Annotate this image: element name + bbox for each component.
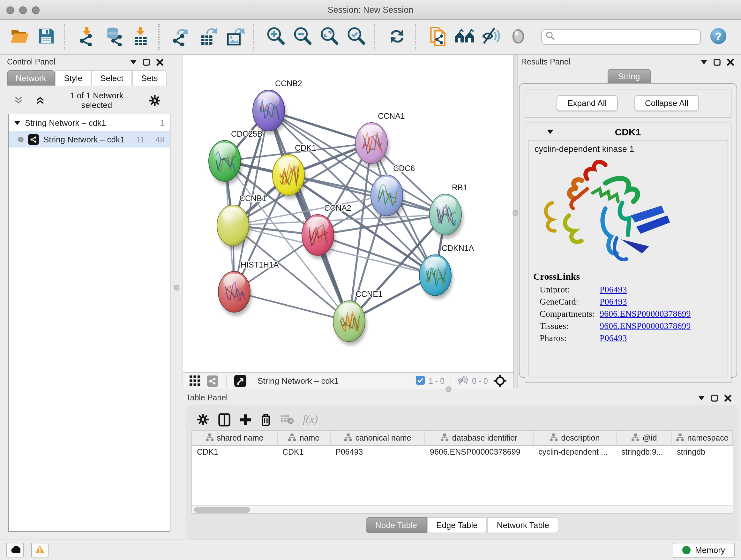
- network-node-CDC6[interactable]: [370, 175, 404, 219]
- search-field[interactable]: [541, 29, 701, 45]
- table-panel-menu-button[interactable]: [695, 393, 708, 403]
- results-panel-float-button[interactable]: [711, 57, 724, 67]
- control-panel-close-button[interactable]: [153, 57, 166, 67]
- splitter-handle[interactable]: [512, 210, 518, 216]
- import-table-button[interactable]: [128, 23, 153, 51]
- network-table-splitter[interactable]: [182, 388, 741, 391]
- tab-string[interactable]: String: [608, 69, 651, 84]
- column-header-namespace[interactable]: namespace: [672, 431, 732, 445]
- warning-status-button[interactable]: [31, 543, 49, 557]
- protein-section-header[interactable]: CDK1: [525, 123, 731, 140]
- horizontal-scrollbar[interactable]: [192, 505, 733, 513]
- network-canvas[interactable]: CCNB2CCNA1CDC25BCDK1CDC6RB1CCNB1CCNA2CDK…: [183, 55, 513, 372]
- zoom-fit-button[interactable]: [317, 23, 342, 51]
- crosslink-link[interactable]: 9606.ENSP00000378699: [600, 321, 690, 331]
- add-column-button[interactable]: [239, 414, 251, 426]
- tab-edge-table[interactable]: Edge Table: [427, 517, 487, 533]
- table-row[interactable]: CDK1CDK1P064939606.ENSP00000378699cyclin…: [192, 445, 732, 458]
- collapse-section-icon[interactable]: [547, 129, 553, 134]
- column-header-description[interactable]: description: [533, 431, 616, 445]
- column-header-canonical-name[interactable]: canonical name: [330, 431, 425, 445]
- zoom-out-button[interactable]: [290, 23, 315, 51]
- network-node-HIST1H1A[interactable]: [218, 271, 252, 316]
- results-panel-close-button[interactable]: [724, 57, 737, 67]
- splitter-handle[interactable]: [174, 285, 179, 291]
- control-network-splitter[interactable]: [171, 55, 182, 540]
- tab-sets[interactable]: Sets: [132, 70, 167, 85]
- export-image-button[interactable]: [222, 23, 248, 51]
- delete-column-button[interactable]: [260, 413, 271, 426]
- table-cell[interactable]: stringdb:9...: [616, 445, 672, 458]
- show-eye-button[interactable]: [506, 23, 531, 51]
- homes-button[interactable]: [452, 23, 477, 51]
- network-edge-CCNA2-CDKN1A[interactable]: [318, 235, 435, 275]
- network-node-CCNA2[interactable]: [301, 214, 335, 259]
- minimize-window-button[interactable]: [19, 6, 27, 14]
- table-cell[interactable]: 9606.ENSP00000378699: [425, 445, 533, 458]
- export-network-button[interactable]: [169, 23, 194, 51]
- collapse-all-networks-button[interactable]: [11, 95, 26, 105]
- crosslink-link[interactable]: P06493: [600, 297, 627, 307]
- import-network-button[interactable]: [74, 23, 99, 51]
- help-button[interactable]: ?: [707, 24, 729, 50]
- network-node-CCNB1[interactable]: [217, 205, 250, 249]
- table-cell[interactable]: cyclin-dependent ...: [533, 445, 616, 458]
- open-session-button[interactable]: [6, 23, 32, 51]
- expand-all-button[interactable]: Expand All: [556, 95, 617, 111]
- control-panel-float-button[interactable]: [140, 57, 153, 67]
- network-collection-row[interactable]: String Network – cdk1 1: [9, 114, 170, 131]
- network-node-CCNB2[interactable]: [253, 90, 286, 134]
- table-cell[interactable]: CDK1: [277, 445, 330, 458]
- tab-network[interactable]: Network: [7, 70, 55, 85]
- network-node-CDK1[interactable]: [272, 154, 306, 199]
- zoom-selected-button[interactable]: [343, 23, 369, 51]
- share-document-button[interactable]: [425, 23, 451, 51]
- table-cell[interactable]: stringdb: [672, 445, 732, 458]
- network-node-RB1[interactable]: [429, 194, 463, 239]
- refresh-view-button[interactable]: [384, 23, 410, 51]
- column-header-shared-name[interactable]: shared name: [192, 431, 277, 445]
- table-settings-gear-button[interactable]: [196, 413, 209, 426]
- function-builder-button-disabled[interactable]: f(x): [303, 413, 318, 426]
- cloud-status-button[interactable]: [6, 543, 23, 557]
- search-input[interactable]: [558, 32, 696, 42]
- tab-network-table[interactable]: Network Table: [487, 517, 559, 533]
- splitter-handle[interactable]: [445, 386, 451, 392]
- export-table-button[interactable]: [195, 23, 221, 51]
- network-share-view-button[interactable]: [205, 374, 219, 388]
- network-results-splitter[interactable]: [514, 55, 517, 388]
- collection-expand-icon[interactable]: [14, 120, 20, 125]
- import-network-from-database-button[interactable]: [101, 23, 126, 51]
- table-panel-float-button[interactable]: [708, 393, 721, 403]
- birdseye-view-button[interactable]: [232, 374, 247, 388]
- column-header-name[interactable]: name: [277, 431, 330, 445]
- crosslink-link[interactable]: 9606.ENSP00000378699: [600, 309, 690, 319]
- network-options-gear-button[interactable]: [145, 95, 164, 105]
- zoom-in-button[interactable]: [263, 23, 288, 51]
- show-columns-button[interactable]: [218, 413, 230, 426]
- network-node-CDKN1A[interactable]: [419, 255, 453, 299]
- control-panel-menu-button[interactable]: [127, 57, 140, 67]
- scrollbar-thumb[interactable]: [194, 507, 250, 513]
- hide-panels-button[interactable]: [479, 23, 504, 51]
- crosslink-link[interactable]: P06493: [600, 285, 627, 295]
- network-row-selected[interactable]: String Network – cdk1 11 48: [9, 131, 170, 147]
- expand-all-networks-button[interactable]: [32, 95, 48, 105]
- table-cell[interactable]: CDK1: [192, 445, 277, 458]
- tab-select[interactable]: Select: [91, 70, 132, 85]
- grid-view-button[interactable]: [188, 374, 201, 388]
- column-header-database-identifier[interactable]: database identifier: [425, 431, 533, 445]
- table-cell[interactable]: P06493: [330, 445, 425, 458]
- zoom-window-button[interactable]: [32, 6, 40, 14]
- table-panel-close-button[interactable]: [721, 393, 735, 403]
- tab-node-table[interactable]: Node Table: [366, 517, 427, 533]
- results-panel-menu-button[interactable]: [697, 57, 711, 67]
- delete-table-button-disabled[interactable]: [280, 415, 294, 425]
- collapse-all-button[interactable]: Collapse All: [634, 95, 699, 111]
- column-header--id[interactable]: @id: [616, 431, 672, 445]
- save-session-button[interactable]: [33, 23, 59, 51]
- crosslink-link[interactable]: P06493: [600, 333, 627, 344]
- memory-status-button[interactable]: Memory: [673, 543, 735, 558]
- tab-style[interactable]: Style: [55, 70, 91, 85]
- fit-content-crosshair-button[interactable]: [492, 373, 508, 389]
